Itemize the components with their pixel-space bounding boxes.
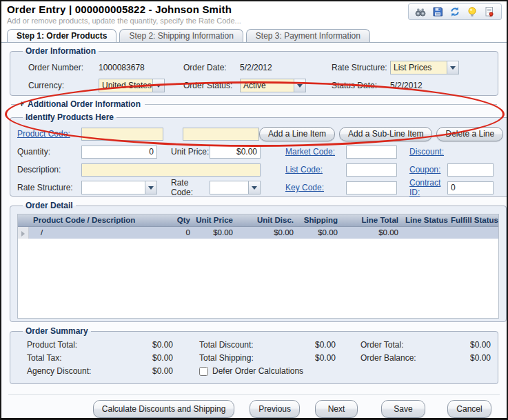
delete-line-button[interactable]: Delete a Line — [436, 127, 503, 141]
order-balance-label: Order Balance: — [360, 353, 464, 363]
list-code-link[interactable]: List Code: — [285, 165, 346, 174]
additional-order-information-label: Additional Order Information — [28, 99, 141, 109]
additional-order-information-expander[interactable]: + Additional Order Information — [11, 99, 497, 110]
step-tabs: Step 1: Order Products Step 2: Shipping … — [1, 29, 507, 42]
col-product-code-description: Product Code / Description — [29, 214, 165, 226]
order-number-label: Order Number: — [28, 63, 83, 72]
description-label: Description: — [17, 165, 81, 174]
order-status-label: Order Status: — [183, 81, 232, 90]
binoculars-icon[interactable] — [415, 6, 426, 17]
plus-expander-icon[interactable]: + — [19, 99, 24, 109]
order-balance-value: $0.00 — [464, 353, 491, 363]
next-button[interactable]: Next — [315, 400, 358, 418]
col-line-total: Line Total — [341, 214, 401, 226]
order-detail-legend: Order Detail — [23, 201, 76, 210]
rate-structure-select[interactable]: List Prices — [390, 61, 459, 74]
tab-step3-payment-information[interactable]: Step 3: Payment Information — [246, 29, 370, 42]
coupon-input[interactable] — [447, 163, 494, 177]
document-seal-icon[interactable] — [484, 6, 495, 17]
list-code-input[interactable] — [346, 163, 397, 177]
cell-unit-price: $0.00 — [193, 227, 236, 239]
quantity-label: Quantity: — [17, 147, 81, 157]
market-code-link[interactable]: Market Code: — [285, 147, 346, 157]
order-date-label: Order Date: — [183, 63, 227, 72]
description-input[interactable] — [81, 163, 261, 177]
total-shipping-value: $0.00 — [296, 353, 336, 363]
chevron-down-icon[interactable] — [447, 61, 458, 74]
order-detail-grid: Product Code / Description Qty Unit Pric… — [17, 214, 499, 319]
unit-price-label: Unit Price: — [171, 147, 210, 157]
currency-select[interactable]: United States D — [99, 79, 165, 92]
cell-unit-disc: $0.00 — [236, 227, 296, 239]
col-unit-disc: Unit Disc. — [236, 214, 296, 226]
status-date-value: 5/2/2012 — [390, 81, 423, 90]
tab-step1-order-products[interactable]: Step 1: Order Products — [7, 29, 116, 42]
discount-link[interactable]: Discount: — [409, 147, 444, 157]
cell-line-total: $0.00 — [341, 227, 401, 239]
order-summary-section: Order Summary Product Total: $0.00 Total… — [10, 326, 498, 384]
col-unit-price: Unit Price — [193, 214, 236, 226]
order-detail-section: Order Detail Product Code / Description … — [10, 201, 507, 322]
order-total-label: Order Total: — [360, 340, 464, 350]
order-number-value: 1000083678 — [99, 63, 145, 72]
col-shipping: Shipping — [296, 214, 341, 226]
product-code-input[interactable] — [81, 128, 163, 141]
lightbulb-icon[interactable] — [467, 6, 478, 17]
previous-button[interactable]: Previous — [250, 400, 300, 418]
order-detail-header-row: Product Code / Description Qty Unit Pric… — [18, 214, 498, 227]
row-selector-cell[interactable] — [18, 227, 29, 239]
status-date-label: Status Date: — [332, 81, 377, 90]
cancel-button[interactable]: Cancel — [447, 400, 491, 418]
chevron-down-icon[interactable] — [152, 79, 164, 92]
chevron-down-icon[interactable] — [248, 181, 260, 194]
cell-product-code-description: / — [29, 227, 165, 239]
unit-price-input[interactable] — [210, 146, 261, 159]
chevron-down-icon[interactable] — [294, 79, 305, 92]
market-code-input[interactable] — [346, 146, 397, 159]
key-code-input[interactable] — [346, 181, 397, 194]
product-total-value: $0.00 — [130, 340, 173, 350]
add-subline-item-button[interactable]: Add a Sub-Line Item — [339, 127, 432, 141]
order-date-value: 5/2/2012 — [240, 63, 272, 72]
line-rate-structure-select[interactable] — [81, 181, 157, 194]
rate-structure-label: Rate Structure: — [332, 63, 387, 72]
cell-shipping: $0.00 — [296, 227, 341, 239]
order-information-section: Order Information Order Number: 10000836… — [10, 46, 498, 96]
contract-id-input[interactable] — [447, 181, 494, 194]
row-arrow-icon — [21, 231, 28, 237]
total-tax-label: Total Tax: — [27, 353, 130, 363]
add-line-item-button[interactable]: Add a Line Item — [259, 127, 335, 141]
identify-products-legend: Identify Products Here — [23, 112, 116, 122]
defer-order-calculations-label: Defer Order Calculations — [212, 366, 303, 376]
order-entry-window: Order Entry | 000000005822 - Johnson Smi… — [0, 0, 508, 420]
order-total-value: $0.00 — [464, 340, 491, 350]
quantity-input[interactable] — [81, 146, 157, 159]
product-code-link[interactable]: Product Code: — [17, 129, 81, 139]
footer-button-bar: Calculate Discounts and Shipping Previou… — [8, 394, 500, 418]
refresh-icon[interactable] — [449, 6, 460, 17]
defer-order-calculations-checkbox[interactable] — [199, 367, 208, 376]
key-code-link[interactable]: Key Code: — [285, 183, 346, 192]
cell-fulfill-status — [447, 227, 498, 239]
order-status-select[interactable]: Active — [240, 79, 306, 92]
save-icon[interactable] — [432, 6, 443, 17]
product-total-label: Product Total: — [27, 340, 130, 350]
calculate-discounts-shipping-button[interactable]: Calculate Discounts and Shipping — [93, 400, 234, 418]
order-information-legend: Order Information — [23, 46, 99, 56]
titlebar: Order Entry | 000000005822 - Johnson Smi… — [1, 1, 507, 29]
total-discount-value: $0.00 — [296, 340, 336, 350]
coupon-link[interactable]: Coupon: — [409, 165, 447, 174]
agency-discount-label: Agency Discount: — [27, 366, 130, 376]
save-button[interactable]: Save — [381, 400, 425, 418]
order-detail-row[interactable]: / 0 $0.00 $0.00 $0.00 $0.00 — [18, 227, 498, 239]
chevron-down-icon[interactable] — [145, 181, 156, 194]
contract-id-link[interactable]: Contract ID: — [409, 178, 447, 197]
content-area: Order Information Order Number: 10000836… — [1, 42, 507, 418]
col-qty: Qty — [165, 214, 193, 226]
product-code-alt-input[interactable] — [183, 128, 259, 141]
cell-qty: 0 — [165, 227, 193, 239]
tab-step2-shipping-information[interactable]: Step 2: Shipping Information — [119, 29, 243, 42]
rate-code-label: Rate Code: — [171, 178, 210, 197]
rate-code-select[interactable] — [210, 181, 261, 194]
line-rate-structure-label: Rate Structure: — [17, 183, 81, 192]
